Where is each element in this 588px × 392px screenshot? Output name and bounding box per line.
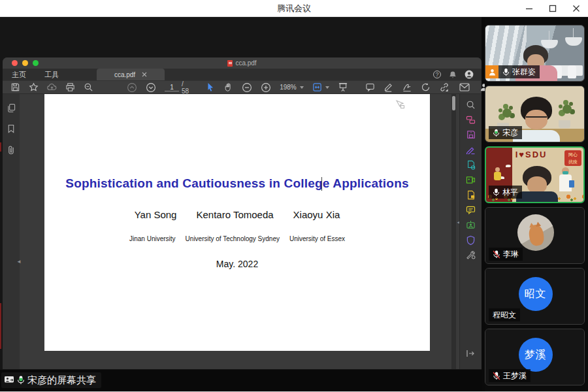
search-icon — [84, 82, 93, 92]
share-collab-icon[interactable] — [465, 220, 476, 230]
scrollbar-thumb[interactable] — [452, 96, 455, 110]
affiliation: University of Essex — [289, 235, 345, 242]
pdf-vertical-scrollbar[interactable] — [451, 94, 456, 369]
minimize-button[interactable] — [524, 3, 534, 14]
participant-sidebar: 张群姿 宋彦 — [485, 17, 588, 392]
tab-close-icon[interactable] — [142, 72, 147, 77]
edit-pdf-icon[interactable] — [465, 144, 476, 155]
host-badge-icon — [485, 65, 498, 78]
hand-tool-button[interactable] — [223, 82, 233, 93]
thumbnails-panel-icon[interactable] — [5, 102, 17, 114]
tab-home[interactable]: 主页 — [3, 69, 35, 80]
attachments-panel-icon[interactable] — [5, 144, 17, 155]
window-title: 腾讯会议 — [277, 3, 311, 14]
pdf-window-title-text: cca.pdf — [235, 59, 256, 67]
participant-footer: 宋彦 — [489, 126, 522, 139]
share-link-button[interactable] — [439, 82, 450, 93]
participant-tile[interactable]: 梦溪 王梦溪 — [485, 329, 585, 385]
participant-name: 林平 — [502, 187, 518, 198]
cloud-upload-icon — [47, 82, 57, 92]
participant-tile[interactable]: 昭文 程昭文 — [485, 268, 585, 325]
save-icon — [10, 82, 20, 92]
prev-page-button[interactable] — [127, 82, 137, 93]
organize-pages-icon[interactable] — [465, 114, 476, 125]
person-figure — [526, 116, 547, 121]
tab-tools[interactable]: 工具 — [35, 69, 68, 80]
participant-name: 李琳 — [503, 249, 519, 260]
help-icon[interactable]: ? — [433, 71, 441, 78]
pdf-page[interactable]: Sophistication and Cautiousness in Colle… — [44, 94, 430, 351]
select-tool-button[interactable] — [206, 82, 215, 93]
screen-share-icon — [4, 376, 14, 385]
close-button[interactable] — [571, 3, 581, 14]
save-button[interactable] — [10, 82, 20, 93]
collapse-left-panel-icon[interactable]: ◄ — [16, 259, 22, 265]
plant-decor — [502, 108, 512, 118]
highlight-tool-button[interactable] — [384, 82, 393, 93]
avatar: 梦溪 — [519, 338, 553, 372]
next-page-button[interactable] — [146, 82, 156, 93]
participant-name: 王梦溪 — [503, 370, 527, 382]
rotate-icon — [421, 82, 431, 92]
cartoon-figure — [494, 172, 501, 180]
cartoon-figure — [495, 167, 500, 172]
screen-edge-artifact — [0, 142, 1, 152]
zoom-in-icon — [261, 82, 271, 93]
comments-panel-icon[interactable] — [465, 204, 476, 215]
pdf-file-icon — [227, 60, 233, 67]
participant-tile[interactable]: 张群姿 — [485, 25, 585, 82]
document-tab[interactable]: cca.pdf — [97, 69, 165, 80]
signature-tool-button[interactable] — [402, 82, 412, 93]
pdf-window-titlebar: cca.pdf — [3, 57, 482, 69]
search-button[interactable] — [84, 82, 93, 93]
fit-page-icon — [312, 82, 322, 92]
page-number-input[interactable] — [165, 84, 179, 91]
print-button[interactable] — [65, 82, 75, 93]
bookmarks-panel-icon[interactable] — [5, 123, 17, 135]
email-button[interactable] — [459, 82, 470, 93]
participant-footer: 王梦溪 — [489, 369, 531, 382]
text-cursor — [321, 177, 322, 191]
pdf-toolbar: / 58 198% — [3, 80, 482, 94]
pdf-window-title: cca.pdf — [3, 59, 482, 67]
participant-tile[interactable]: 宋彦 — [485, 86, 585, 142]
presentation-button[interactable] — [338, 82, 348, 93]
cartoon-doctor — [569, 180, 574, 188]
notifications-bell-icon[interactable] — [449, 71, 457, 79]
zoom-level-dropdown[interactable]: 198% — [280, 84, 304, 91]
fit-page-dropdown[interactable] — [312, 82, 329, 92]
comment-tool-button[interactable] — [365, 82, 375, 93]
printer-icon — [65, 82, 75, 92]
projector-screen-icon — [338, 82, 348, 92]
account-avatar-icon[interactable] — [465, 70, 474, 79]
chevron-down-icon — [325, 86, 329, 89]
tools-settings-icon[interactable] — [465, 250, 476, 260]
participant-tile[interactable]: I♥SDU 同心 抗疫 林平 — [485, 146, 585, 203]
author-name: Xiaoyu Xia — [293, 209, 340, 220]
participant-tile[interactable]: 李琳 — [485, 207, 585, 264]
expand-rail-icon[interactable] — [465, 348, 476, 359]
comment-icon — [365, 82, 375, 92]
mic-muted-icon — [493, 250, 500, 259]
avatar — [517, 214, 554, 251]
document-tab-label: cca.pdf — [114, 71, 135, 78]
convert-pdf-icon[interactable] — [465, 159, 476, 170]
save-convert-icon[interactable] — [465, 129, 476, 140]
upload-cloud-button[interactable] — [47, 82, 57, 93]
slide-affiliations: Jinan University University of Technolog… — [44, 235, 430, 242]
maximize-button[interactable] — [547, 3, 558, 14]
zoom-out-button[interactable] — [242, 82, 252, 93]
screen-capture-icon[interactable] — [465, 174, 476, 185]
pdf-left-panel-rail — [3, 94, 20, 369]
rotate-tool-button[interactable] — [421, 82, 431, 93]
pdf-viewer-window: cca.pdf 主页 工具 cca.pdf ? — [3, 57, 482, 369]
zoom-in-button[interactable] — [261, 82, 271, 93]
participant-name: 张群姿 — [512, 67, 536, 78]
export-file-icon[interactable] — [465, 189, 476, 200]
protect-shield-icon[interactable] — [465, 235, 476, 245]
screen-edge-artifact — [0, 303, 1, 349]
mic-speaking-icon — [493, 129, 500, 137]
loupe-search-icon[interactable] — [465, 99, 476, 110]
favorites-button[interactable] — [29, 82, 39, 93]
close-icon — [572, 5, 580, 12]
